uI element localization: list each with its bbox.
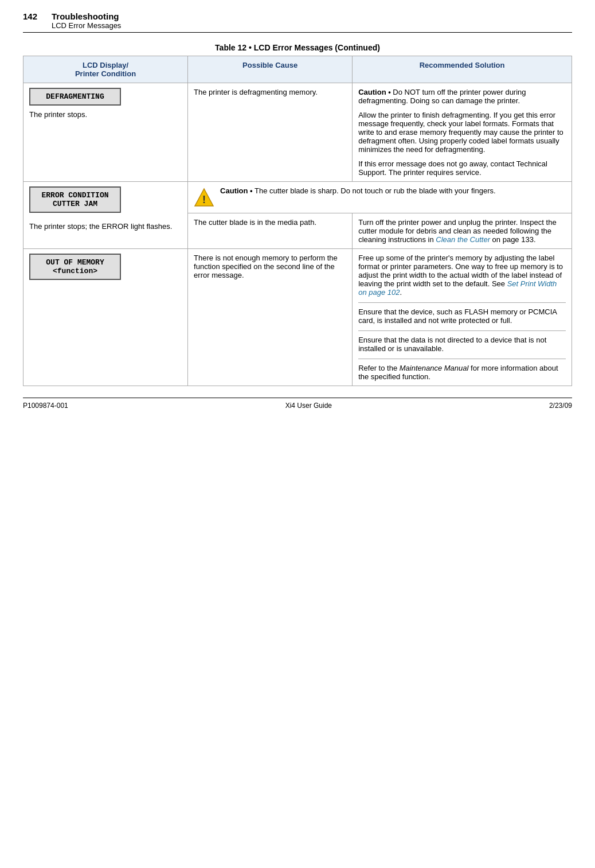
header-titles: Troubleshooting LCD Error Messages	[52, 11, 121, 30]
lcd-display-memory: OUT OF MEMORY<function>	[29, 254, 121, 280]
caution-text: Caution • The cutter blade is sharp. Do …	[220, 186, 496, 195]
solution-cell-memory: Free up some of the printer's memory by …	[353, 249, 572, 386]
table-row: DEFRAGMENTING The printer stops. The pri…	[24, 83, 572, 182]
maintenance-manual-italic: Maintenance Manual	[400, 364, 469, 372]
printer-condition-defrag: The printer stops.	[29, 110, 182, 119]
clean-cutter-link[interactable]: Clean the Cutter	[436, 235, 490, 244]
cause-cell-defrag: The printer is defragmenting memory.	[188, 83, 353, 182]
divider1	[358, 302, 566, 303]
page-header: 142 Troubleshooting LCD Error Messages	[23, 11, 572, 33]
cause-cell-memory: There is not enough memory to perform th…	[188, 249, 353, 386]
page-footer: P1009874-001 Xi4 User Guide 2/23/09	[23, 398, 572, 410]
caution-label: Caution •	[358, 88, 391, 96]
caution-cell-cutter: ! Caution • The cutter blade is sharp. D…	[188, 182, 572, 213]
lcd-cell-cutter: ERROR CONDITIONCUTTER JAM The printer st…	[24, 182, 188, 249]
lcd-cell-defrag: DEFRAGMENTING The printer stops.	[24, 83, 188, 182]
table-title: Table 12 • LCD Error Messages (Continued…	[23, 43, 572, 52]
footer-center: Xi4 User Guide	[285, 402, 332, 410]
caution-box: ! Caution • The cutter blade is sharp. D…	[194, 186, 566, 208]
table-row: OUT OF MEMORY<function> There is not eno…	[24, 249, 572, 386]
page-number: 142	[23, 11, 52, 21]
col-header-cause: Possible Cause	[188, 56, 353, 83]
caution-label: Caution •	[220, 186, 253, 195]
divider2	[358, 330, 566, 331]
cause-cell-cutter2: The cutter blade is in the media path.	[188, 213, 353, 249]
solution-cell-defrag: Caution • Do NOT turn off the printer po…	[353, 83, 572, 182]
solution-cell-cutter2: Turn off the printer power and unplug th…	[353, 213, 572, 249]
footer-right: 2/23/09	[549, 402, 572, 410]
main-table: LCD Display/Printer Condition Possible C…	[23, 56, 572, 386]
table-header-row: LCD Display/Printer Condition Possible C…	[24, 56, 572, 83]
table-row: ERROR CONDITIONCUTTER JAM The printer st…	[24, 182, 572, 213]
col-header-lcd: LCD Display/Printer Condition	[24, 56, 188, 83]
header-title-sub: LCD Error Messages	[52, 21, 121, 30]
svg-text:!: !	[202, 194, 206, 205]
printer-condition-cutter: The printer stops; the ERROR light flash…	[29, 222, 182, 231]
set-print-width-link[interactable]: Set Print Widthon page 102	[358, 279, 557, 297]
footer-left: P1009874-001	[23, 402, 68, 410]
page-container: 142 Troubleshooting LCD Error Messages T…	[0, 0, 595, 868]
col-header-solution: Recommended Solution	[353, 56, 572, 83]
lcd-cell-memory: OUT OF MEMORY<function>	[24, 249, 188, 386]
divider3	[358, 359, 566, 359]
lcd-display-cutter: ERROR CONDITIONCUTTER JAM	[29, 186, 121, 213]
caution-icon: !	[194, 188, 214, 208]
lcd-display-defrag: DEFRAGMENTING	[29, 88, 121, 106]
header-title-main: Troubleshooting	[52, 11, 121, 21]
